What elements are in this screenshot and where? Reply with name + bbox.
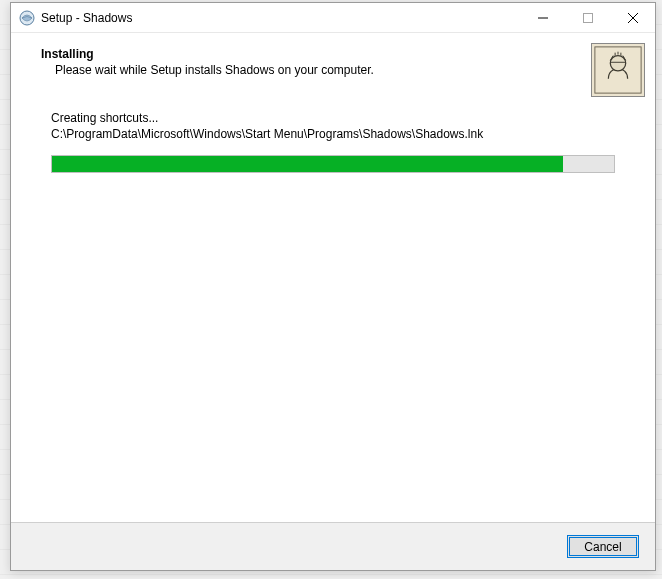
svg-line-4 <box>628 13 638 23</box>
svg-point-7 <box>610 56 625 71</box>
setup-window: Setup - Shadows Installing Please wait w… <box>10 2 656 571</box>
progress-fill <box>52 156 563 172</box>
wizard-header: Installing Please wait while Setup insta… <box>11 33 655 91</box>
wizard-icon <box>591 43 645 97</box>
content-area: Creating shortcuts... C:\ProgramData\Mic… <box>11 91 655 522</box>
page-title: Installing <box>41 47 633 61</box>
footer: Cancel <box>11 522 655 570</box>
progress-bar <box>51 155 615 173</box>
minimize-button[interactable] <box>520 3 565 32</box>
titlebar: Setup - Shadows <box>11 3 655 33</box>
app-icon <box>19 10 35 26</box>
svg-line-3 <box>628 13 638 23</box>
cancel-button[interactable]: Cancel <box>567 535 639 558</box>
window-controls <box>520 3 655 32</box>
status-text: Creating shortcuts... <box>51 111 615 125</box>
close-button[interactable] <box>610 3 655 32</box>
window-title: Setup - Shadows <box>41 11 520 25</box>
svg-rect-2 <box>583 13 592 22</box>
page-subtitle: Please wait while Setup installs Shadows… <box>41 63 633 77</box>
maximize-button <box>565 3 610 32</box>
install-path: C:\ProgramData\Microsoft\Windows\Start M… <box>51 127 615 141</box>
